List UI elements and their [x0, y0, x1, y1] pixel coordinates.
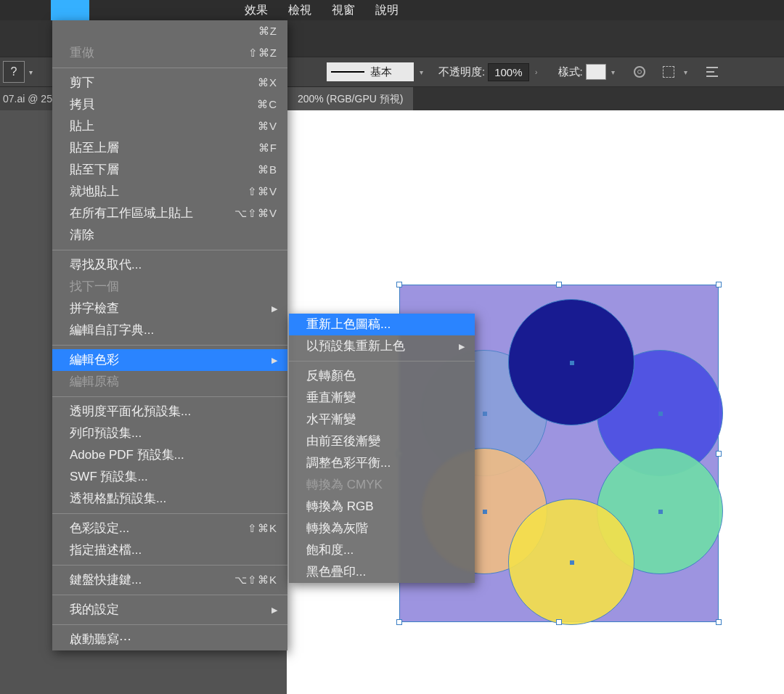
- doc-tab-active[interactable]: 200% (RGB/GPU 預視): [287, 87, 413, 110]
- edit-menu-dropdown: ⌘Z 重做⇧⌘Z 剪下⌘X 拷貝⌘C 貼上⌘V 貼至上層⌘F 貼至下層⌘B 就地…: [52, 20, 287, 650]
- menu-separator: [52, 565, 287, 566]
- menu-find-replace[interactable]: 尋找及取代...: [52, 254, 287, 276]
- style-label: 樣式:: [558, 65, 583, 79]
- menu-cut[interactable]: 剪下⌘X: [52, 72, 287, 94]
- menu-edit-colors[interactable]: 編輯色彩▶: [52, 349, 287, 371]
- menu-color-settings[interactable]: 色彩設定...⇧⌘K: [52, 518, 287, 539]
- handle-t[interactable]: [556, 282, 562, 287]
- handle-tl[interactable]: [396, 282, 402, 287]
- menu-paste-front[interactable]: 貼至上層⌘F: [52, 137, 287, 159]
- menu-assign-profile[interactable]: 指定描述檔...: [52, 539, 287, 561]
- handle-bl[interactable]: [396, 619, 402, 625]
- menu-spellcheck[interactable]: 拼字檢查▶: [52, 298, 287, 319]
- circle-yellow[interactable]: [508, 499, 634, 625]
- menu-pdf-preset[interactable]: Adobe PDF 預設集...: [52, 444, 287, 466]
- style-dropdown-icon[interactable]: ▾: [606, 68, 621, 76]
- align-grid-dropdown-icon[interactable]: ▾: [679, 68, 693, 76]
- menu-help[interactable]: 說明: [365, 0, 409, 20]
- menu-print-preset[interactable]: 列印預設集...: [52, 422, 287, 444]
- stroke-line-icon: [331, 71, 364, 73]
- menu-separator: [52, 624, 287, 625]
- submenu-invert[interactable]: 反轉顏色: [289, 365, 475, 387]
- circle-darkblue[interactable]: [508, 299, 634, 425]
- style-swatch[interactable]: [586, 64, 606, 80]
- help-button[interactable]: ?: [3, 61, 25, 83]
- menu-paste-allartboards[interactable]: 在所有工作區域上貼上⌥⇧⌘V: [52, 203, 287, 224]
- menu-copy[interactable]: 拷貝⌘C: [52, 94, 287, 115]
- doc-tab-left[interactable]: 07.ai @ 25: [0, 87, 55, 110]
- menu-window[interactable]: 視窗: [322, 0, 365, 20]
- help-dropdown-icon[interactable]: ▾: [25, 68, 36, 76]
- submenu-adjust-balance[interactable]: 調整色彩平衡...: [289, 452, 475, 474]
- submenu-recolor-preset[interactable]: 以預設集重新上色▶: [289, 335, 475, 357]
- edit-colors-submenu: 重新上色圖稿... 以預設集重新上色▶ 反轉顏色 垂直漸變 水平漸變 由前至後漸…: [289, 314, 475, 583]
- menu-my-settings[interactable]: 我的設定▶: [52, 599, 287, 621]
- stroke-label: 基本: [370, 65, 392, 79]
- stroke-dropdown-icon[interactable]: ▾: [414, 68, 428, 76]
- stroke-profile-select[interactable]: 基本: [327, 62, 414, 81]
- submenu-saturate[interactable]: 飽和度...: [289, 539, 475, 561]
- menu-separator: [52, 595, 287, 595]
- menu-swf-preset[interactable]: SWF 預設集...: [52, 466, 287, 488]
- handle-r[interactable]: [716, 451, 722, 457]
- handle-br[interactable]: [716, 619, 722, 625]
- opacity-label: 不透明度:: [438, 65, 485, 79]
- submenu-overprint-black[interactable]: 黑色疊印...: [289, 561, 475, 583]
- menu-edit-original: 編輯原稿: [52, 371, 287, 393]
- menu-view[interactable]: 檢視: [278, 0, 322, 20]
- opacity-value[interactable]: 100%: [488, 63, 528, 81]
- menu-separator: [289, 361, 475, 362]
- submenu-recolor-artwork[interactable]: 重新上色圖稿...: [289, 314, 475, 335]
- handle-b[interactable]: [556, 619, 562, 625]
- submenu-to-rgb[interactable]: 轉換為 RGB: [289, 496, 475, 518]
- menu-paste-inplace[interactable]: 就地貼上⇧⌘V: [52, 181, 287, 203]
- menu-keyboard-shortcuts[interactable]: 鍵盤快捷鍵...⌥⇧⌘K: [52, 569, 287, 591]
- submenu-to-gray[interactable]: 轉換為灰階: [289, 518, 475, 539]
- align-grid-icon[interactable]: [658, 62, 679, 82]
- menubar: 效果 檢視 視窗 說明: [0, 0, 784, 20]
- menu-start-dictation[interactable]: 啟動聽寫⋯: [52, 629, 287, 650]
- menu-paste[interactable]: 貼上⌘V: [52, 115, 287, 137]
- menu-separator: [52, 513, 287, 514]
- menu-paste-back[interactable]: 貼至下層⌘B: [52, 159, 287, 181]
- recolor-icon[interactable]: [629, 62, 650, 82]
- menu-find-next: 找下一個: [52, 276, 287, 298]
- align-panel-icon[interactable]: [702, 62, 722, 82]
- menu-perspective-preset[interactable]: 透視格點預設集...: [52, 488, 287, 510]
- menu-undo: ⌘Z: [52, 20, 287, 42]
- menu-separator: [52, 345, 287, 346]
- submenu-blend-v[interactable]: 垂直漸變: [289, 387, 475, 409]
- menu-clear[interactable]: 清除: [52, 224, 287, 246]
- menu-separator: [52, 250, 287, 250]
- menu-redo: 重做⇧⌘Z: [52, 42, 287, 64]
- menu-separator: [52, 396, 287, 397]
- menu-separator: [52, 68, 287, 68]
- menu-transparency-preset[interactable]: 透明度平面化預設集...: [52, 401, 287, 422]
- submenu-blend-h[interactable]: 水平漸變: [289, 409, 475, 430]
- submenu-to-cmyk: 轉換為 CMYK: [289, 474, 475, 496]
- opacity-dropdown-icon[interactable]: ›: [529, 68, 544, 76]
- menu-effects[interactable]: 效果: [234, 0, 278, 20]
- handle-tr[interactable]: [716, 282, 722, 287]
- edit-menu-title[interactable]: [51, 0, 89, 20]
- submenu-blend-fb[interactable]: 由前至後漸變: [289, 430, 475, 452]
- apple-menu-spot: [0, 0, 51, 20]
- menu-custom-dict[interactable]: 編輯自訂字典...: [52, 319, 287, 341]
